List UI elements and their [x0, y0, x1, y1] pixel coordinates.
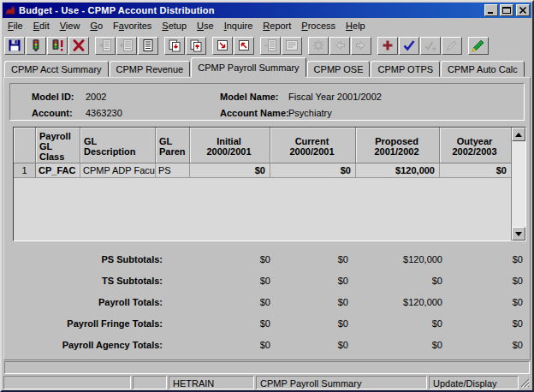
totals-value: $0 — [349, 340, 443, 350]
toolbar-group — [468, 37, 489, 55]
scroll-up-icon — [515, 133, 522, 137]
account-info-panel: Model ID: 2002 Model Name: Fiscal Year 2… — [9, 83, 525, 121]
tab-cpmp-auto-calc[interactable]: CPMP Auto Calc — [441, 61, 525, 77]
row-number-cell: 1 — [14, 163, 36, 178]
grid-empty-area — [14, 178, 511, 241]
tab-cpmp-otps[interactable]: CPMP OTPS — [371, 61, 440, 77]
copy-down-button[interactable] — [164, 37, 185, 55]
totals-value: $0 — [163, 276, 271, 286]
gear-icon — [312, 39, 325, 52]
account-name-value: Psychiatry — [288, 108, 524, 118]
minimize-button[interactable] — [484, 4, 498, 16]
menu-item-use[interactable]: Use — [192, 20, 219, 33]
totals-row-ts-subtotals: TS Subtotals:$0$0$0$0 — [13, 270, 525, 291]
menu-item-file[interactable]: File — [3, 20, 28, 33]
save-button[interactable] — [4, 37, 25, 55]
payroll-grid: Payroll GL ClassGL DescriptionGL ParenIn… — [13, 127, 526, 241]
add-button[interactable] — [377, 37, 398, 55]
update-display-button[interactable] — [399, 37, 419, 55]
toolbar — [2, 33, 532, 57]
gl-paren-cell: PS — [156, 163, 190, 178]
account-value: 4363230 — [86, 108, 220, 118]
scrollbar-track[interactable] — [512, 141, 525, 227]
totals-value: $120,000 — [349, 297, 443, 307]
gl-class-cell: CP_FAC — [36, 163, 80, 178]
menu-item-process[interactable]: Process — [296, 20, 341, 33]
toolbar-group — [95, 37, 158, 55]
grid-row-1[interactable]: 1CP_FACCPMP ADP FaculPS$0$0$120,000$0 — [14, 163, 511, 178]
row-delete-icon — [120, 39, 134, 52]
column-header-current-2000-2001: Current 2000/2001 — [270, 128, 356, 163]
view-all-button[interactable] — [138, 37, 158, 55]
column-header-outyear-2002-2003: Outyear 2002/2003 — [440, 128, 511, 163]
run-button[interactable] — [26, 37, 46, 55]
scroll-down-icon — [515, 232, 522, 236]
totals-label: Payroll Fringe Totals: — [13, 318, 163, 329]
totals-value: $0 — [349, 318, 443, 329]
totals-value: $0 — [443, 340, 524, 350]
totals-value: $0 — [443, 276, 524, 286]
tab-cpmp-ose[interactable]: CPMP OSE — [307, 61, 371, 77]
column-header-initial-2000-2001: Initial 2000/2001 — [190, 128, 270, 163]
copy-pages-up-icon — [189, 39, 203, 52]
outyear-cell: $0 — [440, 163, 511, 178]
copy-pages-down-icon — [168, 39, 181, 52]
next-in-list-button[interactable] — [212, 37, 233, 55]
initial-cell: $0 — [190, 163, 270, 178]
menu-item-report[interactable]: Report — [258, 20, 296, 33]
statusbar-message-cell — [3, 376, 131, 389]
model-id-value: 2002 — [86, 92, 220, 102]
totals-label: Payroll Totals: — [13, 297, 163, 307]
toolbar-group — [260, 37, 302, 55]
toolbar-group — [164, 37, 206, 55]
tab-cpmp-acct-summary[interactable]: CPMP Acct Summary — [4, 61, 109, 77]
close-button[interactable] — [516, 4, 530, 16]
resize-grip[interactable] — [519, 377, 531, 389]
box-arrow-up-icon — [237, 39, 251, 52]
menu-item-go[interactable]: Go — [85, 20, 108, 33]
traffic-light-icon — [29, 39, 43, 52]
model-name-value: Fiscal Year 2001/2002 — [288, 92, 524, 102]
tab-cpmp-payroll-summary[interactable]: CPMP Payroll Summary — [191, 57, 306, 77]
statusbar-cell-action: Update/Display — [429, 376, 519, 389]
update-all-button — [420, 37, 441, 55]
grid-vertical-scrollbar[interactable] — [511, 128, 525, 241]
row-insert-icon — [98, 39, 112, 52]
totals-value: $0 — [271, 276, 349, 286]
red-x-icon — [72, 39, 86, 52]
maximize-button[interactable] — [500, 4, 513, 16]
column-header-gl-description: GL Description — [80, 128, 156, 163]
tab-cpmp-revenue[interactable]: CPMP Revenue — [110, 61, 191, 77]
column-header-row-number — [14, 128, 36, 163]
copy-up-button[interactable] — [186, 37, 206, 55]
app-window: Budget - Use - CPMP Account Distribution… — [0, 0, 534, 392]
highlighter-icon — [472, 39, 485, 52]
highlight-button[interactable] — [468, 37, 489, 55]
totals-value: $0 — [443, 297, 524, 307]
model-name-label: Model Name: — [220, 92, 288, 102]
pencil-icon — [445, 39, 459, 52]
menu-item-setup[interactable]: Setup — [157, 20, 192, 33]
delete-row-button — [116, 37, 137, 55]
totals-row-payroll-totals: Payroll Totals:$0$0$120,000$0 — [13, 291, 525, 312]
arrow-left-icon — [333, 39, 347, 52]
status-bar: HETRAIN CPMP Payroll Summary Update/Disp… — [2, 375, 532, 390]
model-id-label: Model ID: — [32, 92, 86, 102]
tab-content-panel: Model ID: 2002 Model Name: Fiscal Year 2… — [3, 77, 531, 360]
menu-item-help[interactable]: Help — [341, 20, 371, 33]
next-panel-button — [260, 37, 281, 55]
gl-description-cell: CPMP ADP Facul — [80, 163, 156, 178]
statusbar-cell-panel: CPMP Payroll Summary — [256, 376, 427, 389]
menu-item-edit[interactable]: Edit — [28, 20, 55, 33]
scroll-up-button[interactable] — [512, 128, 525, 141]
toolbar-group — [308, 37, 371, 55]
grid-header-row: Payroll GL ClassGL DescriptionGL ParenIn… — [14, 128, 511, 163]
menu-item-favorites[interactable]: Favorites — [108, 20, 157, 33]
menu-item-inquire[interactable]: Inquire — [219, 20, 258, 33]
delete-button[interactable] — [68, 37, 89, 55]
run-alert-button[interactable] — [47, 37, 68, 55]
scroll-down-button[interactable] — [512, 227, 525, 241]
prev-in-list-button[interactable] — [234, 37, 254, 55]
totals-value: $0 — [163, 297, 271, 307]
menu-item-view[interactable]: View — [55, 20, 86, 33]
